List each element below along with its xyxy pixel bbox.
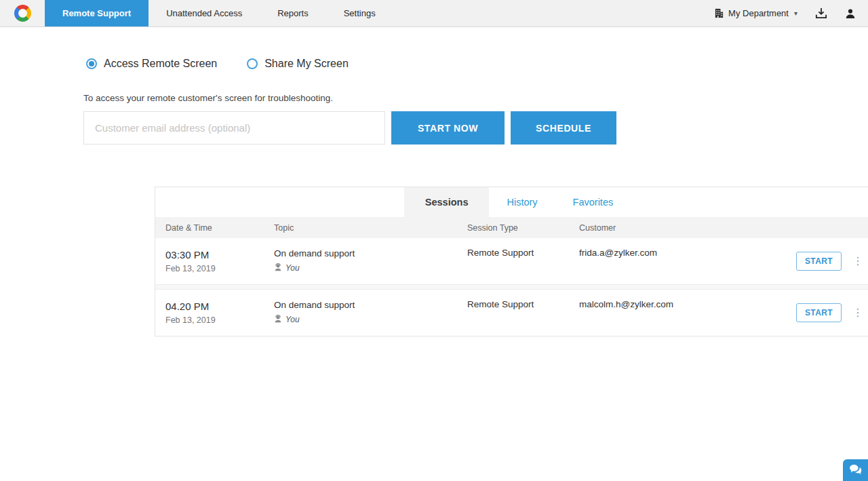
- download-button[interactable]: [815, 7, 827, 19]
- sessions-tab-strip: Sessions History Favorites: [155, 187, 868, 217]
- building-icon: [714, 8, 724, 18]
- cell-actions: START ⋮: [778, 303, 868, 322]
- department-dropdown[interactable]: My Department ▾: [714, 8, 797, 18]
- row-menu-kebab-icon[interactable]: ⋮: [852, 256, 863, 267]
- nav-tab-settings[interactable]: Settings: [326, 0, 393, 26]
- cell-date-time: 04.20 PM Feb 13, 2019: [165, 301, 274, 325]
- top-navbar: Remote Support Unattended Access Reports…: [0, 0, 868, 27]
- nav-tab-reports[interactable]: Reports: [260, 0, 326, 26]
- nav-tab-unattended-access[interactable]: Unattended Access: [149, 0, 260, 26]
- radio-access-remote-screen[interactable]: Access Remote Screen: [86, 58, 217, 70]
- schedule-button[interactable]: SCHEDULE: [511, 111, 616, 145]
- tab-favorites[interactable]: Favorites: [555, 187, 631, 217]
- cell-session-type: Remote Support: [467, 246, 579, 258]
- session-mode-selector: Access Remote Screen Share My Screen: [86, 58, 868, 70]
- technician-icon: [274, 313, 282, 326]
- radio-share-my-screen[interactable]: Share My Screen: [247, 58, 349, 70]
- cell-customer-email: malcolm.h@zylker.com: [579, 298, 778, 309]
- radio-label: Share My Screen: [264, 58, 349, 70]
- radio-selected-icon: [86, 58, 97, 69]
- tab-history[interactable]: History: [489, 187, 555, 217]
- user-menu-button[interactable]: [845, 8, 856, 19]
- chevron-down-icon: ▾: [794, 9, 797, 17]
- start-now-button[interactable]: START NOW: [391, 111, 505, 145]
- cell-actions: START ⋮: [778, 252, 868, 271]
- session-date: Feb 13, 2019: [165, 315, 274, 325]
- start-session-button[interactable]: START: [796, 303, 842, 322]
- session-time: 03:30 PM: [165, 249, 274, 261]
- session-date: Feb 13, 2019: [165, 264, 274, 273]
- download-icon: [815, 7, 827, 19]
- nav-tab-remote-support[interactable]: Remote Support: [45, 0, 149, 26]
- column-header-topic: Topic: [274, 223, 467, 233]
- app-logo[interactable]: [0, 0, 45, 26]
- user-icon: [845, 8, 856, 19]
- column-header-date-time: Date & Time: [165, 223, 274, 233]
- column-header-customer: Customer: [579, 223, 778, 233]
- table-row: 04.20 PM Feb 13, 2019 On demand support …: [155, 290, 868, 336]
- radio-unselected-icon: [247, 58, 258, 69]
- chat-launcher-button[interactable]: [843, 459, 868, 481]
- row-menu-kebab-icon[interactable]: ⋮: [852, 307, 863, 318]
- session-owner: You: [285, 263, 300, 273]
- row-divider: [155, 284, 868, 290]
- cell-topic: On demand support You: [274, 300, 467, 326]
- assist-ring-logo-icon: [14, 5, 31, 22]
- customer-email-input[interactable]: [83, 111, 385, 145]
- main-content: Access Remote Screen Share My Screen To …: [0, 27, 868, 336]
- session-owner: You: [285, 315, 300, 324]
- navbar-right: My Department ▾: [714, 0, 868, 26]
- chat-bubbles-icon: [849, 464, 863, 477]
- start-session-button[interactable]: START: [796, 252, 842, 271]
- column-header-session-type: Session Type: [467, 223, 579, 233]
- tab-sessions[interactable]: Sessions: [404, 187, 490, 217]
- session-topic: On demand support: [274, 300, 467, 310]
- department-label: My Department: [728, 8, 789, 18]
- radio-label: Access Remote Screen: [104, 58, 217, 70]
- mode-description: To access your remote customer's screen …: [83, 93, 868, 103]
- cell-session-type: Remote Support: [467, 298, 579, 309]
- start-session-form: START NOW SCHEDULE: [83, 111, 868, 145]
- session-topic: On demand support: [274, 248, 467, 258]
- session-time: 04.20 PM: [165, 301, 274, 312]
- table-row: 03:30 PM Feb 13, 2019 On demand support …: [155, 238, 868, 284]
- main-nav: Remote Support Unattended Access Reports…: [45, 0, 393, 26]
- technician-icon: [274, 262, 282, 274]
- cell-customer-email: frida.a@zylker.com: [579, 246, 778, 258]
- cell-topic: On demand support You: [274, 248, 467, 274]
- sessions-card: Sessions History Favorites Date & Time T…: [155, 187, 868, 336]
- cell-date-time: 03:30 PM Feb 13, 2019: [165, 249, 274, 273]
- table-header: Date & Time Topic Session Type Customer: [155, 217, 868, 238]
